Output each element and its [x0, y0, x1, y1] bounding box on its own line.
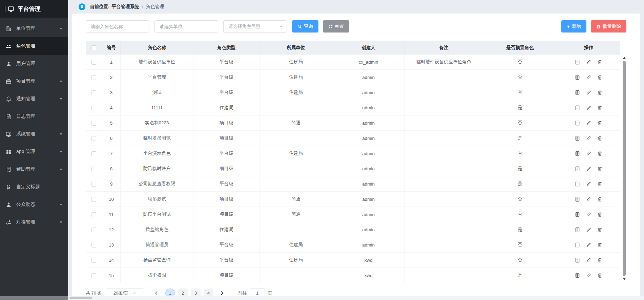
row-checkbox[interactable] [91, 121, 96, 126]
checkbox-cell [86, 85, 102, 100]
horizontal-scrollbar-thumb[interactable] [69, 297, 92, 299]
scroll-up-icon[interactable] [623, 57, 626, 59]
cell-preset: 否 [483, 207, 557, 222]
cell-preset: 否 [483, 115, 557, 131]
edit-button[interactable] [586, 197, 591, 202]
sidebar-item-log[interactable]: 日志管理 [0, 108, 68, 125]
sidebar-item-system[interactable]: 系统管理 [0, 125, 68, 143]
delete-button[interactable] [597, 60, 602, 65]
role-name-input[interactable] [86, 20, 149, 33]
sidebar-item-help[interactable]: 帮助管理 [0, 160, 68, 178]
view-button[interactable] [575, 258, 580, 263]
scrollbar-thumb[interactable] [623, 61, 626, 276]
view-button[interactable] [575, 151, 580, 156]
monitor-gear-icon [6, 131, 12, 137]
app-logo: 平台管理 [0, 0, 68, 18]
cell-role-name: 公司副总查看权限 [121, 176, 193, 192]
reset-button[interactable]: 重置 [323, 20, 349, 33]
row-checkbox[interactable] [91, 258, 96, 263]
edit-button[interactable] [586, 121, 591, 126]
scroll-down-icon[interactable] [623, 278, 626, 280]
delete-button[interactable] [597, 212, 602, 217]
delete-button[interactable] [597, 242, 602, 248]
delete-button[interactable] [597, 181, 602, 187]
view-button[interactable] [575, 166, 580, 171]
view-button[interactable] [575, 227, 580, 232]
view-button[interactable] [575, 212, 580, 217]
edit-button[interactable] [586, 60, 591, 65]
view-button[interactable] [575, 242, 580, 248]
delete-button[interactable] [597, 273, 602, 278]
row-checkbox[interactable] [91, 228, 96, 232]
select-all-checkbox[interactable] [91, 45, 96, 50]
edit-button[interactable] [586, 273, 591, 278]
sidebar-item-custom-title[interactable]: 自定义标题 [0, 178, 68, 196]
row-checkbox[interactable] [91, 106, 96, 110]
delete-button[interactable] [597, 197, 602, 202]
sidebar-item-public[interactable]: 公众动态 [0, 196, 68, 213]
vertical-scrollbar[interactable] [622, 55, 626, 282]
edit-button[interactable] [586, 136, 591, 141]
delete-button[interactable] [597, 166, 602, 171]
cell-remark [405, 192, 483, 207]
row-checkbox[interactable] [91, 136, 96, 141]
breadcrumb-root[interactable]: 平台管理系统 [112, 4, 139, 10]
delete-button[interactable] [597, 75, 602, 80]
edit-button[interactable] [586, 258, 591, 263]
sidebar-item-app[interactable]: app 管理 [0, 143, 68, 160]
sidebar-item-user[interactable]: 用户管理 [0, 55, 68, 72]
user-icon [6, 61, 12, 67]
edit-button[interactable] [586, 242, 591, 248]
delete-button[interactable] [597, 258, 602, 263]
row-checkbox[interactable] [91, 197, 96, 202]
row-checkbox[interactable] [91, 243, 96, 248]
delete-button[interactable] [597, 121, 602, 126]
delete-button[interactable] [597, 151, 602, 156]
delete-button[interactable] [597, 227, 602, 232]
row-checkbox[interactable] [91, 60, 96, 65]
edit-button[interactable] [586, 166, 591, 171]
row-checkbox[interactable] [91, 151, 96, 156]
edit-button[interactable] [586, 151, 591, 156]
add-button[interactable]: + 新增 [561, 20, 586, 33]
cell-role-name: 扬尘监管查询 [121, 253, 193, 268]
view-button[interactable] [575, 197, 580, 202]
sidebar-item-role[interactable]: 角色管理 [0, 37, 68, 55]
edit-button[interactable] [586, 181, 591, 187]
row-checkbox[interactable] [91, 167, 96, 171]
table-row: 13简通管理员平台级住建局admin否 [86, 237, 620, 253]
edit-button[interactable] [586, 90, 591, 95]
sidebar-item-project[interactable]: 项目管理 [0, 72, 68, 90]
view-button[interactable] [575, 105, 580, 110]
role-type-select[interactable]: 请选择角色类型 [223, 20, 287, 33]
edit-button[interactable] [586, 227, 591, 232]
search-button[interactable]: 查询 [292, 20, 318, 33]
delete-button[interactable] [597, 105, 602, 110]
trash-icon [596, 24, 601, 29]
view-button[interactable] [575, 121, 580, 126]
row-checkbox[interactable] [91, 182, 96, 187]
view-button[interactable] [575, 60, 580, 65]
view-button[interactable] [575, 181, 580, 187]
sidebar-item-integration[interactable]: 对接管理 [0, 213, 68, 231]
row-checkbox[interactable] [91, 90, 96, 95]
view-button[interactable] [575, 136, 580, 141]
view-button[interactable] [575, 90, 580, 95]
edit-button[interactable] [586, 105, 591, 110]
horizontal-scrollbar[interactable] [0, 296, 644, 300]
cell-preset: 否 [483, 192, 557, 207]
edit-button[interactable] [586, 75, 591, 80]
chevron-down-icon [60, 133, 62, 135]
row-checkbox[interactable] [91, 273, 96, 278]
row-checkbox[interactable] [91, 75, 96, 80]
batch-delete-button[interactable]: 批量删除 [591, 20, 626, 33]
view-button[interactable] [575, 273, 580, 278]
view-button[interactable] [575, 75, 580, 80]
unit-input[interactable] [154, 20, 218, 33]
row-checkbox[interactable] [91, 212, 96, 217]
sidebar-item-unit[interactable]: 单位管理 [0, 20, 68, 37]
edit-button[interactable] [586, 212, 591, 217]
delete-button[interactable] [597, 136, 602, 141]
delete-button[interactable] [597, 90, 602, 95]
sidebar-item-notice[interactable]: 通知管理 [0, 90, 68, 108]
